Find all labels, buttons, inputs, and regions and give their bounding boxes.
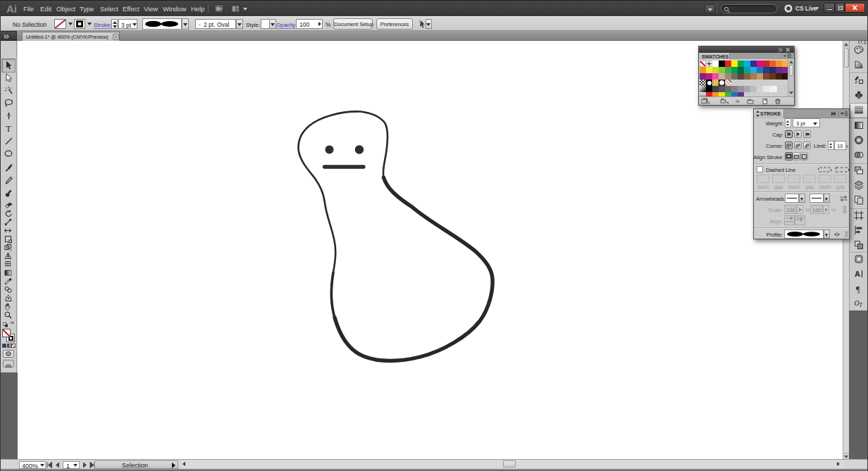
svg-text:¶: ¶ [856, 284, 860, 294]
svg-text:T: T [6, 124, 11, 133]
svg-text:T: T [860, 302, 863, 308]
svg-text:A: A [855, 270, 860, 278]
